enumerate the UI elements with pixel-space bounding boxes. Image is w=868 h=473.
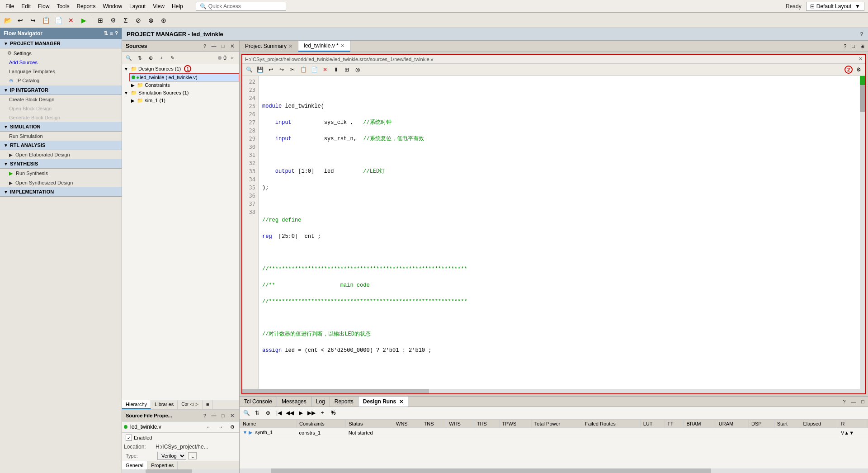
dr-add-btn[interactable]: + bbox=[317, 408, 327, 417]
toolbar-paste-btn[interactable]: 📄 bbox=[52, 14, 64, 26]
sources-question-icon[interactable]: ? bbox=[201, 43, 208, 50]
dr-sort-btn[interactable]: ⊕ bbox=[263, 408, 273, 417]
nav-open-synthesized[interactable]: ▶ Open Synthesized Design bbox=[0, 178, 122, 187]
toolbar-settings-btn[interactable]: ⚙ bbox=[107, 14, 119, 26]
toolbar-open-btn[interactable]: 📂 bbox=[2, 14, 14, 26]
dr-next-btn[interactable]: ▶▶ bbox=[307, 408, 316, 417]
nav-generate-block-design[interactable]: Generate Block Design bbox=[0, 113, 122, 122]
dr-percent-btn[interactable]: % bbox=[328, 408, 338, 417]
menu-edit[interactable]: Edit bbox=[18, 2, 34, 10]
toolbar-sum-btn[interactable]: Σ bbox=[120, 14, 132, 26]
layout-dropdown[interactable]: ⊟ Default Layout ▼ bbox=[806, 2, 864, 11]
code-save-btn[interactable]: 💾 bbox=[255, 65, 265, 74]
fp-maximize-icon[interactable]: □ bbox=[219, 412, 226, 419]
fp-right-btn[interactable]: → bbox=[216, 422, 226, 431]
fp-enabled-checkbox[interactable]: ✓ bbox=[126, 435, 132, 441]
code-area[interactable]: 22 23 24 25 26 27 28 29 30 31 32 33 34 3… bbox=[242, 76, 865, 389]
fp-left-btn[interactable]: ← bbox=[204, 422, 214, 431]
nav-open-elaborated[interactable]: ▶ Open Elaborated Design bbox=[0, 150, 122, 159]
fp-close-icon[interactable]: ✕ bbox=[228, 412, 236, 419]
sources-filter-btn[interactable]: ⇅ bbox=[135, 53, 145, 62]
tab-tcl-console[interactable]: Tcl Console bbox=[240, 397, 277, 407]
dr-search-btn[interactable]: 🔍 bbox=[241, 408, 251, 417]
fp-tab-general[interactable]: General bbox=[122, 461, 147, 469]
led-twinkle-close-icon[interactable]: ✕ bbox=[340, 43, 344, 49]
menu-reports[interactable]: Reports bbox=[73, 2, 99, 10]
code-marker-btn[interactable]: ◎ bbox=[353, 65, 363, 74]
led-twinkle-file[interactable]: led_twinkle (led_twinkle.v) bbox=[129, 73, 239, 81]
fp-tab-properties[interactable]: Properties bbox=[147, 461, 178, 469]
sim1-group[interactable]: ▶ 📁 sim_1 (1) bbox=[129, 97, 239, 104]
design-sources-group[interactable]: ▼ 📁 Design Sources (1) 1 bbox=[122, 64, 239, 73]
sources-add-btn[interactable]: + bbox=[156, 53, 166, 62]
sources-minimize-icon[interactable]: — bbox=[210, 43, 217, 50]
toolbar-redo-btn[interactable]: ↪ bbox=[27, 14, 39, 26]
tab-reports[interactable]: Reports bbox=[330, 397, 359, 407]
nav-open-block-design[interactable]: Open Block Design bbox=[0, 104, 122, 113]
editor-scrollbar[interactable] bbox=[860, 76, 865, 389]
tab-compile-order[interactable]: Cor ◁ ▷ bbox=[178, 400, 203, 409]
toolbar-delete-btn[interactable]: ✕ bbox=[65, 14, 77, 26]
code-copy-btn[interactable]: 📋 bbox=[298, 65, 308, 74]
constraints-group[interactable]: ▶ 📁 Constraints bbox=[129, 81, 239, 89]
editor-maxrestore-icon[interactable]: □ bbox=[850, 43, 857, 50]
toolbar-constraint-btn[interactable]: ⊞ bbox=[94, 14, 106, 26]
table-row[interactable]: ▼ ▶ synth_1 constrs_1 Not started bbox=[240, 428, 868, 437]
bottom-maximize-icon[interactable]: □ bbox=[859, 398, 866, 405]
project-summary-close-icon[interactable]: ✕ bbox=[288, 43, 292, 49]
nav-section-rtl-title[interactable]: ▼ RTL ANALYSIS bbox=[0, 141, 122, 150]
nav-settings-item[interactable]: ⚙ Settings bbox=[0, 48, 122, 58]
flow-nav-question-icon[interactable]: ? bbox=[115, 30, 118, 37]
dr-first-btn[interactable]: |◀ bbox=[274, 408, 284, 417]
flow-nav-icon1[interactable]: ⇅ bbox=[104, 30, 108, 37]
toolbar-power-btn[interactable]: ⊛ bbox=[158, 14, 170, 26]
fp-type-more-btn[interactable]: ... bbox=[188, 452, 197, 459]
code-paste-btn[interactable]: 📄 bbox=[309, 65, 319, 74]
dr-play-btn[interactable]: ▶ bbox=[296, 408, 306, 417]
tab-libraries[interactable]: Libraries bbox=[151, 400, 178, 409]
quick-access-bar[interactable]: 🔍 Quick Access bbox=[196, 2, 286, 11]
code-redo-btn[interactable]: ↪ bbox=[277, 65, 287, 74]
menu-flow[interactable]: Flow bbox=[34, 2, 53, 10]
tab-led-twinkle-v[interactable]: led_twinkle.v * ✕ bbox=[298, 41, 350, 52]
fp-type-select[interactable]: Verilog bbox=[157, 452, 186, 460]
code-path-close-icon[interactable]: ✕ bbox=[859, 56, 863, 62]
code-gear-btn[interactable]: ⚙ bbox=[854, 65, 863, 74]
dr-prev-btn[interactable]: ◀◀ bbox=[285, 408, 295, 417]
toolbar-copy-btn[interactable]: 📋 bbox=[40, 14, 52, 26]
sources-edit-btn[interactable]: ✎ bbox=[167, 53, 177, 62]
nav-section-sim-title[interactable]: ▼ SIMULATION bbox=[0, 122, 122, 132]
tab-options[interactable]: ≡ bbox=[203, 400, 213, 409]
code-undo-btn[interactable]: ↩ bbox=[266, 65, 276, 74]
nav-language-templates[interactable]: Language Templates bbox=[0, 67, 122, 76]
tab-log[interactable]: Log bbox=[311, 397, 330, 407]
menu-window[interactable]: Window bbox=[99, 2, 126, 10]
bottom-hscrollbar[interactable] bbox=[240, 468, 868, 473]
tab-project-summary[interactable]: Project Summary ✕ bbox=[240, 41, 298, 51]
nav-section-synth-title[interactable]: ▼ SYNTHESIS bbox=[0, 159, 122, 169]
toolbar-timing-btn[interactable]: ⊗ bbox=[145, 14, 157, 26]
code-delete-btn[interactable]: ✕ bbox=[320, 65, 330, 74]
tab-design-runs[interactable]: Design Runs ✕ bbox=[359, 397, 409, 407]
pm-header-question-icon[interactable]: ? bbox=[860, 31, 863, 38]
dr-filter-btn[interactable]: ⇅ bbox=[252, 408, 262, 417]
menu-file[interactable]: File bbox=[2, 2, 18, 10]
simulation-sources-group[interactable]: ▼ 📁 Simulation Sources (1) bbox=[122, 89, 239, 97]
code-hscrollbar[interactable] bbox=[242, 389, 865, 393]
nav-section-pm-title[interactable]: ▼ PROJECT MANAGER bbox=[0, 39, 122, 48]
code-cut-btn[interactable]: ✂ bbox=[288, 65, 297, 74]
toolbar-undo-btn[interactable]: ↩ bbox=[14, 14, 26, 26]
code-search-btn[interactable]: 🔍 bbox=[244, 65, 254, 74]
bottom-question-icon[interactable]: ? bbox=[841, 398, 847, 405]
nav-section-ip-title[interactable]: ▼ IP INTEGRATOR bbox=[0, 85, 122, 95]
nav-add-sources[interactable]: Add Sources bbox=[0, 58, 122, 67]
bottom-minimize-icon[interactable]: — bbox=[849, 398, 858, 405]
toolbar-route-btn[interactable]: ⊘ bbox=[132, 14, 144, 26]
fp-gear-btn[interactable]: ⚙ bbox=[227, 422, 237, 431]
sources-expand-btn[interactable]: ⊳ bbox=[227, 53, 237, 62]
row-r-scroll[interactable]: V▲▼ bbox=[841, 430, 854, 435]
tab-messages[interactable]: Messages bbox=[277, 397, 311, 407]
code-content[interactable]: module led_twinkle( input sys_clk , //系统… bbox=[259, 76, 860, 389]
flow-nav-icon2[interactable]: ≡ bbox=[110, 30, 113, 37]
sources-maximize-icon[interactable]: □ bbox=[219, 43, 226, 50]
